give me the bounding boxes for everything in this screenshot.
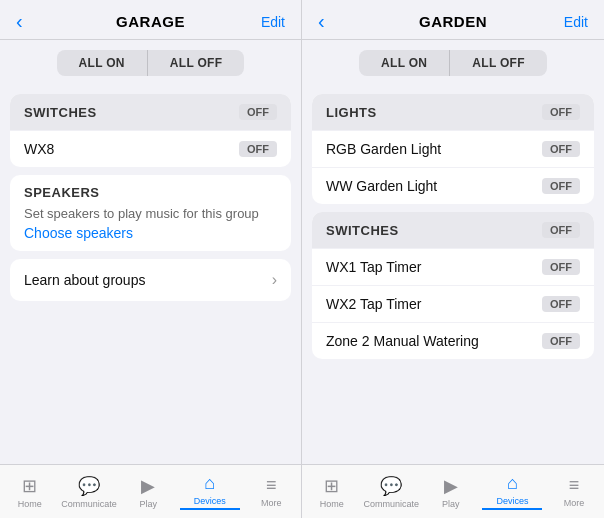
garage-switches-title: SWITCHES	[24, 105, 97, 120]
garden-back-button[interactable]: ‹	[318, 10, 348, 33]
garden-nav-communicate-label: Communicate	[364, 499, 420, 509]
garden-lights-section: LIGHTS OFF RGB Garden Light OFF WW Garde…	[312, 94, 594, 204]
garden-rgb-status: OFF	[542, 141, 580, 157]
garden-header: ‹ GARDEN Edit	[302, 0, 604, 40]
garden-wx1-row[interactable]: WX1 Tap Timer OFF	[312, 248, 594, 285]
garden-nav-home[interactable]: ⊞ Home	[312, 475, 352, 509]
garden-bottom-nav: ⊞ Home 💬 Communicate ▶ Play ⌂ Devices ≡ …	[302, 464, 604, 518]
garden-screen: ‹ GARDEN Edit ALL ON ALL OFF LIGHTS OFF …	[302, 0, 604, 518]
garage-bottom-nav: ⊞ Home 💬 Communicate ▶ Play ⌂ Devices ≡ …	[0, 464, 301, 518]
garden-wx2-status: OFF	[542, 296, 580, 312]
garage-switches-status: OFF	[239, 104, 277, 120]
garden-title: GARDEN	[419, 13, 487, 30]
garden-rgb-row[interactable]: RGB Garden Light OFF	[312, 130, 594, 167]
garage-all-off-button[interactable]: ALL OFF	[148, 50, 245, 76]
garage-nav-more-label: More	[261, 498, 282, 508]
garden-zone2-row[interactable]: Zone 2 Manual Watering OFF	[312, 322, 594, 359]
home-icon: ⊞	[22, 475, 37, 497]
garden-switches-header: SWITCHES OFF	[312, 212, 594, 248]
play-icon: ▶	[141, 475, 155, 497]
garden-home-icon: ⊞	[324, 475, 339, 497]
garden-nav-devices[interactable]: ⌂ Devices	[482, 473, 542, 510]
garage-toggle-row: ALL ON ALL OFF	[0, 40, 301, 86]
garden-lights-header: LIGHTS OFF	[312, 94, 594, 130]
garage-speakers-section: SPEAKERS Set speakers to play music for …	[10, 175, 291, 251]
garage-nav-home[interactable]: ⊞ Home	[10, 475, 50, 509]
garage-screen: ‹ GARAGE Edit ALL ON ALL OFF SWITCHES OF…	[0, 0, 302, 518]
garage-content: SWITCHES OFF WX8 OFF SPEAKERS Set speake…	[0, 86, 301, 464]
garage-switches-section: SWITCHES OFF WX8 OFF	[10, 94, 291, 167]
garden-ww-status: OFF	[542, 178, 580, 194]
garden-content: LIGHTS OFF RGB Garden Light OFF WW Garde…	[302, 86, 604, 464]
garage-nav-communicate-label: Communicate	[61, 499, 117, 509]
garden-switches-status: OFF	[542, 222, 580, 238]
garden-lights-title: LIGHTS	[326, 105, 377, 120]
garden-nav-more-label: More	[564, 498, 585, 508]
garden-play-icon: ▶	[444, 475, 458, 497]
garden-toggle-row: ALL ON ALL OFF	[302, 40, 604, 86]
garage-active-indicator	[180, 508, 240, 510]
garage-wx8-status: OFF	[239, 141, 277, 157]
garden-nav-more[interactable]: ≡ More	[554, 475, 594, 508]
devices-icon: ⌂	[204, 473, 215, 494]
garden-nav-communicate[interactable]: 💬 Communicate	[364, 475, 420, 509]
garage-nav-devices[interactable]: ⌂ Devices	[180, 473, 240, 510]
garage-wx8-row[interactable]: WX8 OFF	[10, 130, 291, 167]
garage-speakers-description: Set speakers to play music for this grou…	[24, 206, 277, 221]
garden-switches-section: SWITCHES OFF WX1 Tap Timer OFF WX2 Tap T…	[312, 212, 594, 359]
garden-wx2-name: WX2 Tap Timer	[326, 296, 421, 312]
garage-back-button[interactable]: ‹	[16, 10, 46, 33]
garden-rgb-name: RGB Garden Light	[326, 141, 441, 157]
garage-switches-header: SWITCHES OFF	[10, 94, 291, 130]
garage-wx8-name: WX8	[24, 141, 54, 157]
more-icon: ≡	[266, 475, 277, 496]
garden-wx1-status: OFF	[542, 259, 580, 275]
garage-speakers-title: SPEAKERS	[24, 185, 277, 200]
garage-all-on-button[interactable]: ALL ON	[57, 50, 148, 76]
garden-all-on-button[interactable]: ALL ON	[359, 50, 450, 76]
garage-title: GARAGE	[116, 13, 185, 30]
garden-zone2-status: OFF	[542, 333, 580, 349]
garden-switches-title: SWITCHES	[326, 223, 399, 238]
garage-learn-row[interactable]: Learn about groups ›	[10, 259, 291, 301]
garden-nav-play[interactable]: ▶ Play	[431, 475, 471, 509]
garden-wx1-name: WX1 Tap Timer	[326, 259, 421, 275]
garage-header: ‹ GARAGE Edit	[0, 0, 301, 40]
garden-active-indicator	[482, 508, 542, 510]
garage-learn-text: Learn about groups	[24, 272, 145, 288]
garden-communicate-icon: 💬	[380, 475, 402, 497]
garden-zone2-name: Zone 2 Manual Watering	[326, 333, 479, 349]
garden-more-icon: ≡	[569, 475, 580, 496]
garage-nav-devices-label: Devices	[194, 496, 226, 506]
garden-lights-status: OFF	[542, 104, 580, 120]
garage-nav-communicate[interactable]: 💬 Communicate	[61, 475, 117, 509]
garage-nav-play[interactable]: ▶ Play	[128, 475, 168, 509]
garage-choose-speakers-link[interactable]: Choose speakers	[24, 225, 277, 241]
garden-devices-icon: ⌂	[507, 473, 518, 494]
garden-wx2-row[interactable]: WX2 Tap Timer OFF	[312, 285, 594, 322]
garden-nav-devices-label: Devices	[496, 496, 528, 506]
garage-edit-button[interactable]: Edit	[255, 14, 285, 30]
garage-nav-home-label: Home	[18, 499, 42, 509]
communicate-icon: 💬	[78, 475, 100, 497]
garden-all-off-button[interactable]: ALL OFF	[450, 50, 547, 76]
garage-nav-more[interactable]: ≡ More	[251, 475, 291, 508]
garden-nav-play-label: Play	[442, 499, 460, 509]
garage-nav-play-label: Play	[139, 499, 157, 509]
garden-ww-name: WW Garden Light	[326, 178, 437, 194]
garden-nav-home-label: Home	[320, 499, 344, 509]
garden-edit-button[interactable]: Edit	[558, 14, 588, 30]
garage-chevron-icon: ›	[272, 271, 277, 289]
garden-ww-row[interactable]: WW Garden Light OFF	[312, 167, 594, 204]
